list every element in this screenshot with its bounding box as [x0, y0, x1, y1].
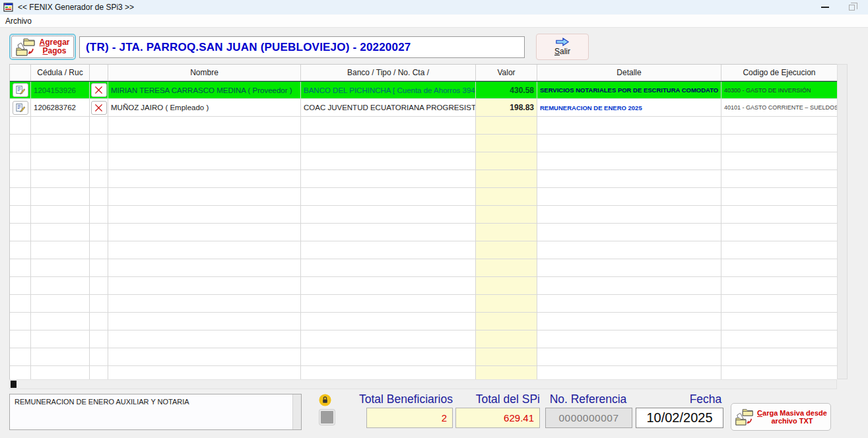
cell-edit — [10, 99, 31, 117]
cell-cedula — [31, 366, 90, 379]
cell-detalle — [537, 170, 721, 188]
header-banco: Banco / Tipo / No. Cta / — [301, 65, 476, 81]
app-icon — [3, 2, 14, 13]
cell-del — [90, 348, 108, 366]
cell-banco — [301, 348, 476, 366]
table-row — [10, 277, 837, 295]
cell-codigo — [721, 224, 837, 241]
edit-row-button[interactable] — [13, 83, 28, 97]
table-row[interactable]: 1206283762MUÑOZ JAIRO ( Empleado )COAC J… — [10, 99, 837, 117]
carga-masiva-button[interactable]: Carga Masiva desde archivo TXT — [731, 403, 831, 431]
table-row — [10, 330, 837, 348]
cell-codigo — [721, 295, 837, 313]
total-beneficiarios-value: 2 — [366, 408, 453, 428]
salir-button[interactable]: Salir — [536, 34, 589, 60]
cell-nombre — [108, 117, 301, 135]
table-row — [10, 117, 837, 135]
cell-cedula — [31, 188, 90, 206]
cell-valor — [476, 188, 537, 206]
cell-banco — [301, 135, 476, 152]
table-row — [10, 135, 837, 152]
header-valor: Valor — [476, 65, 537, 81]
cell-detalle — [537, 313, 721, 330]
header-cedula: Cédula / Ruc — [31, 65, 90, 81]
window-title: << FENIX Generador de SPi3 >> — [18, 3, 134, 12]
cell-valor — [476, 152, 537, 170]
table-row — [10, 366, 837, 379]
cell-edit — [10, 135, 31, 152]
cell-codigo — [721, 330, 837, 348]
cell-codigo — [721, 117, 837, 135]
cell-codigo — [721, 259, 837, 277]
cell-detalle — [537, 330, 721, 348]
gray-square-button[interactable] — [319, 410, 335, 425]
cell-edit — [10, 295, 31, 313]
cell-del — [90, 82, 108, 99]
cell-banco — [301, 152, 476, 170]
cell-codigo — [721, 348, 837, 366]
cell-cedula — [31, 295, 90, 313]
table-row[interactable]: 1204153926MIRIAN TERESA CARRASCO MEDINA … — [10, 81, 837, 99]
table-row — [10, 170, 837, 188]
horizontal-scrollbar-thumb[interactable] — [11, 381, 17, 388]
agregar-pagos-button[interactable]: Agregar Pagos — [9, 34, 76, 60]
cell-banco — [301, 241, 476, 259]
cell-edit — [10, 206, 31, 224]
cell-detalle — [537, 348, 721, 366]
cell-detalle — [537, 277, 721, 295]
cell-detalle — [537, 152, 721, 170]
cell-del — [90, 99, 108, 117]
cell-del — [90, 259, 108, 277]
cell-edit — [10, 348, 31, 366]
minimize-icon — [821, 7, 829, 8]
cell-codigo — [721, 135, 837, 152]
vertical-scrollbar[interactable] — [837, 64, 848, 379]
cell-del — [90, 188, 108, 206]
cell-valor — [476, 366, 537, 379]
cell-nombre — [108, 366, 301, 379]
cell-nombre — [108, 170, 301, 188]
cell-del — [90, 277, 108, 295]
delete-row-button[interactable] — [91, 101, 107, 115]
cell-valor — [476, 295, 537, 313]
cell-cedula — [31, 348, 90, 366]
cell-cedula — [31, 241, 90, 259]
cell-cedula — [31, 259, 90, 277]
edit-row-button[interactable] — [13, 101, 28, 115]
cell-banco — [301, 206, 476, 224]
fecha-field[interactable]: 10/02/2025 — [636, 408, 723, 428]
menu-archivo[interactable]: Archivo — [0, 15, 37, 27]
delete-row-button[interactable] — [91, 83, 107, 97]
cell-valor — [476, 277, 537, 295]
carga-masiva-label: Carga Masiva desde archivo TXT — [757, 409, 827, 425]
header-edit-col — [10, 65, 31, 81]
cell-codigo — [721, 366, 837, 379]
total-spi-label: Total del SPi — [422, 392, 540, 406]
referencia-label: No. Referencia — [544, 392, 632, 406]
cell-valor — [476, 313, 537, 330]
minimize-button[interactable] — [811, 0, 840, 15]
cell-valor: 198.83 — [476, 99, 537, 117]
cell-del — [90, 330, 108, 348]
cell-cedula — [31, 170, 90, 188]
cell-del — [90, 152, 108, 170]
cell-edit — [10, 152, 31, 170]
menu-bar: Archivo — [0, 15, 868, 28]
horizontal-scrollbar[interactable] — [9, 379, 837, 389]
observaciones-textarea[interactable]: REMUNERACION DE ENERO AUXILIAR Y NOTARIA — [9, 394, 302, 430]
entity-title-field[interactable]: (TR) - JTA. PARROQ.SAN JUAN (PUEBLOVIEJO… — [79, 36, 525, 58]
cell-codigo: 40101 - GASTO CORRIENTE – SUELDOS — [721, 99, 837, 117]
table-row — [10, 241, 837, 259]
agregar-pagos-label: Agregar Pagos — [39, 38, 69, 55]
header-delete-col — [90, 65, 108, 81]
cell-codigo: 40300 - GASTO DE INVERSIÓN — [721, 82, 837, 99]
observaciones-scrollbar[interactable] — [292, 394, 301, 429]
cell-del — [90, 224, 108, 241]
cell-edit — [10, 366, 31, 379]
cell-detalle — [537, 241, 721, 259]
cell-cedula: 1206283762 — [31, 99, 90, 117]
header-nombre: Nombre — [108, 65, 301, 81]
table-row — [10, 348, 837, 366]
table-header: Cédula / Ruc Nombre Banco / Tipo / No. C… — [10, 65, 837, 81]
cell-del — [90, 135, 108, 152]
